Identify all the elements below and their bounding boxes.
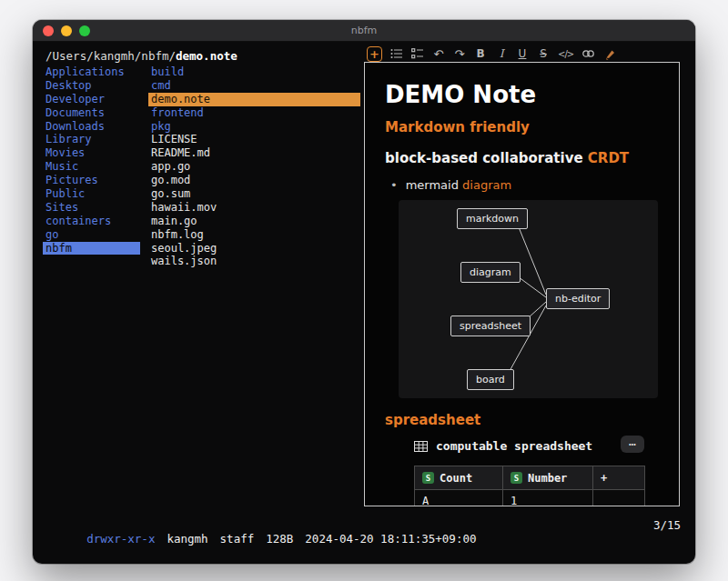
plus-icon: + bbox=[369, 47, 379, 61]
add-block-button[interactable]: + bbox=[367, 46, 382, 62]
bullet-text-accent: diagram bbox=[462, 178, 511, 192]
column-header-number-label: Number bbox=[528, 472, 567, 485]
spreadsheet-table: SCount SNumber + A 1 bbox=[414, 466, 645, 506]
more-options-button[interactable]: ⋯ bbox=[621, 436, 644, 453]
note-heading-crdt: block-based collaborative CRDT bbox=[385, 150, 629, 166]
bullet-text: mermaid diagram bbox=[406, 178, 511, 192]
file-item-frontend[interactable]: frontend bbox=[148, 106, 360, 120]
diagram-node-markdown: markdown bbox=[457, 208, 528, 229]
column-header-count-label: Count bbox=[440, 472, 472, 485]
group: staff bbox=[220, 532, 255, 546]
file-item-seoul-jpeg[interactable]: seoul.jpeg bbox=[148, 242, 360, 255]
file-item-go-mod[interactable]: go.mod bbox=[148, 174, 360, 187]
file-item-pkg[interactable]: pkg bbox=[148, 120, 360, 134]
minimize-button[interactable] bbox=[61, 25, 72, 36]
sum-badge-2: S bbox=[511, 472, 522, 484]
owner: kangmh bbox=[167, 532, 207, 546]
checklist-icon[interactable] bbox=[411, 45, 424, 62]
spreadsheet-widget-label: computable spreadsheet bbox=[436, 439, 592, 453]
italic-button[interactable]: I bbox=[495, 45, 508, 62]
sidebar-item-developer[interactable]: Developer bbox=[43, 93, 140, 106]
breadcrumb: /Users/kangmh/nbfm/demo.note bbox=[46, 49, 238, 63]
bullet-marker: • bbox=[390, 178, 398, 192]
code-button[interactable]: </> bbox=[558, 45, 573, 62]
title-bar: nbfm bbox=[33, 20, 695, 42]
mermaid-diagram: markdown diagram spreadsheet board nb-ed… bbox=[399, 200, 658, 398]
redo-button[interactable]: ↷ bbox=[453, 45, 466, 62]
sidebar-item-nbfm-selected[interactable]: nbfm bbox=[43, 242, 140, 255]
diagram-node-board: board bbox=[467, 369, 514, 390]
heading-text: block-based collaborative bbox=[385, 150, 588, 166]
file-list: build cmd demo.note frontend pkg LICENSE… bbox=[148, 65, 360, 268]
sidebar-item-sites[interactable]: Sites bbox=[43, 201, 140, 215]
column-header-number[interactable]: SNumber bbox=[503, 466, 593, 490]
add-column-button[interactable]: + bbox=[593, 466, 645, 490]
sidebar-item-library[interactable]: Library bbox=[43, 133, 140, 146]
zoom-button[interactable] bbox=[79, 25, 90, 36]
file-item-demo-note-selected[interactable]: demo.note bbox=[148, 93, 360, 106]
table-row: A 1 bbox=[415, 490, 645, 507]
window-title: nbfm bbox=[351, 25, 378, 36]
file-item-go-sum[interactable]: go.sum bbox=[148, 187, 360, 201]
spreadsheet-heading: spreadsheet bbox=[385, 412, 480, 428]
strikethrough-button[interactable]: S bbox=[537, 45, 550, 62]
diagram-node-diagram: diagram bbox=[460, 262, 521, 283]
note-preview-pane: DEMO Note Markdown friendly block-based … bbox=[364, 62, 680, 506]
sidebar-item-documents[interactable]: Documents bbox=[43, 106, 140, 120]
table-header-row: SCount SNumber + bbox=[415, 466, 645, 490]
file-item-build[interactable]: build bbox=[148, 65, 360, 79]
path-prefix: /Users/kangmh/nbfm/ bbox=[46, 49, 176, 63]
sidebar-item-downloads[interactable]: Downloads bbox=[43, 120, 140, 134]
underline-button[interactable]: U bbox=[516, 45, 529, 62]
file-item-app-go[interactable]: app.go bbox=[148, 160, 360, 174]
file-item-cmd[interactable]: cmd bbox=[148, 79, 360, 93]
modified-date: 2024-04-20 18:11:35+09:00 bbox=[305, 532, 476, 546]
nbfm-window: nbfm /Users/kangmh/nbfm/demo.note Applic… bbox=[33, 20, 695, 564]
file-item-wails-json[interactable]: wails.json bbox=[148, 255, 360, 268]
bullet-item: •mermaid diagram bbox=[390, 178, 511, 192]
sidebar-item-movies[interactable]: Movies bbox=[43, 146, 140, 160]
file-item-license[interactable]: LICENSE bbox=[148, 133, 360, 146]
status-bar: drwxr-xr-xkangmhstaff128B2024-04-20 18:1… bbox=[46, 518, 681, 559]
highlighter-icon[interactable] bbox=[603, 45, 616, 62]
note-title: DEMO Note bbox=[385, 81, 536, 108]
undo-button[interactable]: ↶ bbox=[432, 45, 445, 62]
file-item-hawaii-mov[interactable]: hawaii.mov bbox=[148, 201, 360, 215]
sidebar-item-containers[interactable]: containers bbox=[43, 215, 140, 228]
bullet-text-plain: mermaid bbox=[406, 178, 462, 192]
file-info: drwxr-xr-xkangmhstaff128B2024-04-20 18:1… bbox=[46, 518, 488, 559]
bold-button[interactable]: B bbox=[474, 45, 487, 62]
file-item-main-go[interactable]: main.go bbox=[148, 215, 360, 228]
file-item-readme[interactable]: README.md bbox=[148, 146, 360, 160]
traffic-lights bbox=[43, 25, 90, 36]
cursor-position: 3/15 bbox=[653, 518, 681, 559]
directory-list: Applications Desktop Developer Documents… bbox=[43, 65, 140, 255]
cell-c1 bbox=[593, 490, 645, 507]
table-grid-icon bbox=[414, 441, 428, 452]
diagram-edges bbox=[399, 200, 658, 398]
sidebar-item-go[interactable]: go bbox=[43, 228, 140, 242]
cell-a1[interactable]: A bbox=[415, 490, 503, 507]
file-item-nbfm-log[interactable]: nbfm.log bbox=[148, 228, 360, 242]
editor-toolbar: + ↶ ↷ B I U S </> bbox=[367, 45, 616, 63]
sidebar-item-music[interactable]: Music bbox=[43, 160, 140, 174]
note-heading-markdown: Markdown friendly bbox=[385, 119, 530, 135]
permissions: drwxr-xr-x bbox=[86, 532, 155, 546]
diagram-node-spreadsheet: spreadsheet bbox=[450, 316, 531, 336]
file-size: 128B bbox=[266, 532, 293, 546]
bullet-list-icon[interactable] bbox=[390, 45, 403, 62]
spreadsheet-widget-header: computable spreadsheet bbox=[414, 439, 592, 453]
heading-accent: CRDT bbox=[588, 150, 629, 166]
link-icon[interactable] bbox=[581, 45, 595, 62]
sidebar-item-applications[interactable]: Applications bbox=[43, 65, 140, 79]
column-header-count[interactable]: SCount bbox=[415, 466, 503, 490]
close-button[interactable] bbox=[43, 25, 54, 36]
sidebar-item-desktop[interactable]: Desktop bbox=[43, 79, 140, 93]
diagram-node-nb-editor: nb-editor bbox=[546, 288, 610, 309]
cell-b1[interactable]: 1 bbox=[503, 490, 593, 507]
sum-badge: S bbox=[422, 472, 434, 484]
sidebar-item-public[interactable]: Public bbox=[43, 187, 140, 201]
path-current-file: demo.note bbox=[176, 49, 238, 63]
sidebar-item-pictures[interactable]: Pictures bbox=[43, 174, 140, 187]
